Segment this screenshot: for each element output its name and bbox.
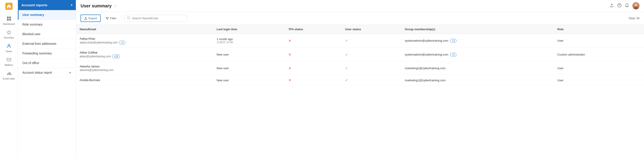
menu-item-user-summary[interactable]: User summary (18, 10, 76, 20)
user-table: Name/Email Last login time TFA status Us… (76, 25, 644, 86)
upload-icon[interactable] (610, 3, 614, 9)
user-email: aaliya.khan@zylkertraining.com +1 (80, 41, 210, 44)
last-login-primary: New user (216, 67, 281, 70)
sidebar-item-users-label: Users (6, 50, 12, 53)
user-status-cell-0: ✓ (342, 34, 401, 48)
table-header-row: Name/Email Last login time TFA status Us… (76, 25, 644, 34)
tfa-x-icon: ✕ (288, 39, 291, 43)
svg-point-14 (634, 4, 637, 6)
page-title: User summary (80, 3, 112, 9)
last-login-sub: 11/8/22 10:46 (216, 41, 281, 44)
last-login-cell-0: 1 month ago11/8/22 10:46 (213, 34, 285, 48)
last-login-primary: New user (216, 79, 281, 82)
group-name: systemadmin@zylkertraining.com (405, 53, 448, 56)
sidebar-item-mailbox-label: Mailbox (5, 64, 13, 66)
menu-item-account-status[interactable]: Account status report ▶ (18, 68, 76, 77)
menu-item-role-summary[interactable]: Role summary (18, 20, 76, 29)
sidebar-nav: Dashboard Favorites Users Mailbox (0, 0, 18, 159)
group-cell-1: systemadmin@zylkertraining.com +2 (401, 48, 554, 62)
email-badge[interactable]: +1 (119, 41, 126, 44)
menu-item-account-status-arrow: ▶ (69, 71, 72, 74)
user-name: Amelia Burrows (80, 78, 210, 82)
menu-item-blocked-user[interactable]: Blocked user (18, 29, 76, 39)
menu-item-forwarding-summary[interactable]: Forwarding summary (18, 49, 76, 58)
user-name: Aaliya Khan (80, 37, 210, 40)
svg-rect-9 (10, 72, 10, 75)
top-header: User summary ☆ (76, 0, 644, 12)
group-cell-0: systemadmin@zylkertraining.com +3 (401, 34, 554, 48)
col-tfa: TFA status (285, 25, 342, 34)
toolbar-divider (121, 16, 122, 21)
export-label: Export (88, 17, 97, 20)
search-box[interactable] (124, 15, 187, 22)
group-badge[interactable]: +2 (450, 53, 457, 56)
svg-rect-8 (8, 73, 9, 75)
sidebar-item-mailbox[interactable]: Mailbox (0, 55, 18, 69)
svg-rect-1 (7, 17, 9, 18)
users-icon (6, 44, 12, 49)
col-user-status: User status (342, 25, 401, 34)
svg-rect-3 (7, 19, 9, 21)
favorites-icon (6, 30, 12, 35)
help-icon[interactable] (617, 3, 622, 9)
user-name: Aleesha James (80, 65, 210, 68)
menu-item-out-of-office[interactable]: Out of office (18, 58, 76, 68)
col-group: Group membership(s) (401, 25, 554, 34)
role-cell-2: User (554, 62, 644, 75)
filter-label: Filter (110, 17, 116, 20)
menu-header[interactable]: Account reports ▾ (18, 0, 76, 10)
svg-rect-4 (9, 19, 11, 21)
last-login-primary: 1 month ago (216, 37, 281, 41)
menu-item-external-from[interactable]: External from addresses (18, 39, 76, 49)
table-row: Aleesha James aleesha@zylkertraining.com… (76, 62, 644, 75)
tfa-cell-0: ✕ (285, 34, 342, 48)
sidebar-item-dashboard[interactable]: Dashboard (0, 14, 18, 28)
menu-header-chevron: ▾ (71, 4, 72, 7)
role-cell-1: Custom administrator (554, 48, 644, 62)
sidebar-item-dashboard-label: Dashboard (3, 23, 15, 25)
tfa-x-icon: ✕ (288, 53, 291, 56)
user-email: aleesha@zylkertraining.com (80, 69, 210, 72)
table-wrapper: Name/Email Last login time TFA status Us… (76, 25, 644, 159)
status-check-icon: ✓ (345, 39, 348, 43)
group-cell-2: marketing1@zylkertraining.com (401, 62, 554, 75)
search-input[interactable] (132, 17, 184, 20)
header-left: User summary ☆ (80, 3, 117, 9)
svg-rect-7 (7, 73, 8, 75)
notification-icon[interactable] (625, 3, 629, 9)
svg-point-12 (619, 6, 620, 6)
tfa-cell-3: ✕ (285, 75, 342, 86)
group-name: marketing1@zylkertraining.com (405, 67, 446, 70)
tfa-cell-2: ✕ (285, 62, 342, 75)
sidebar-item-favorites-label: Favorites (4, 36, 14, 39)
svg-rect-6 (7, 58, 11, 61)
toolbar: Export Filter Total: 30 (76, 12, 644, 25)
group-badge[interactable]: +3 (450, 39, 457, 43)
tfa-x-icon: ✕ (288, 78, 291, 82)
export-button[interactable]: Export (80, 15, 101, 22)
table-row: Amelia Burrows New user✕✓ marketing1@zyl… (76, 75, 644, 86)
app-logo (5, 2, 13, 10)
sidebar-item-emailstats[interactable]: Email stats (0, 69, 18, 82)
user-status-cell-3: ✓ (342, 75, 401, 86)
name-cell-0: Aaliya Khan aaliya.khan@zylkertraining.c… (76, 34, 213, 48)
col-role: Role (554, 25, 644, 34)
avatar[interactable] (632, 2, 640, 10)
table-row: Aaliya Khan aaliya.khan@zylkertraining.c… (76, 34, 644, 48)
user-email: akbar@zylkertraining.com +29 (80, 55, 210, 58)
table-row: Akbar Zulfikar akbar@zylkertraining.com … (76, 48, 644, 62)
name-cell-1: Akbar Zulfikar akbar@zylkertraining.com … (76, 48, 213, 62)
emailstats-icon (6, 71, 12, 76)
last-login-cell-2: New user (213, 62, 285, 75)
dashboard-icon (6, 16, 12, 22)
sidebar-item-favorites[interactable]: Favorites (0, 28, 18, 41)
email-badge[interactable]: +29 (112, 55, 120, 58)
sidebar-item-users[interactable]: Users (0, 41, 18, 55)
svg-rect-10 (10, 73, 11, 75)
role-cell-0: User (554, 34, 644, 48)
main-content: User summary ☆ (76, 0, 644, 159)
user-name: Akbar Zulfikar (80, 51, 210, 54)
filter-button[interactable]: Filter (104, 15, 119, 22)
star-icon[interactable]: ☆ (114, 4, 117, 8)
col-name: Name/Email (76, 25, 213, 34)
